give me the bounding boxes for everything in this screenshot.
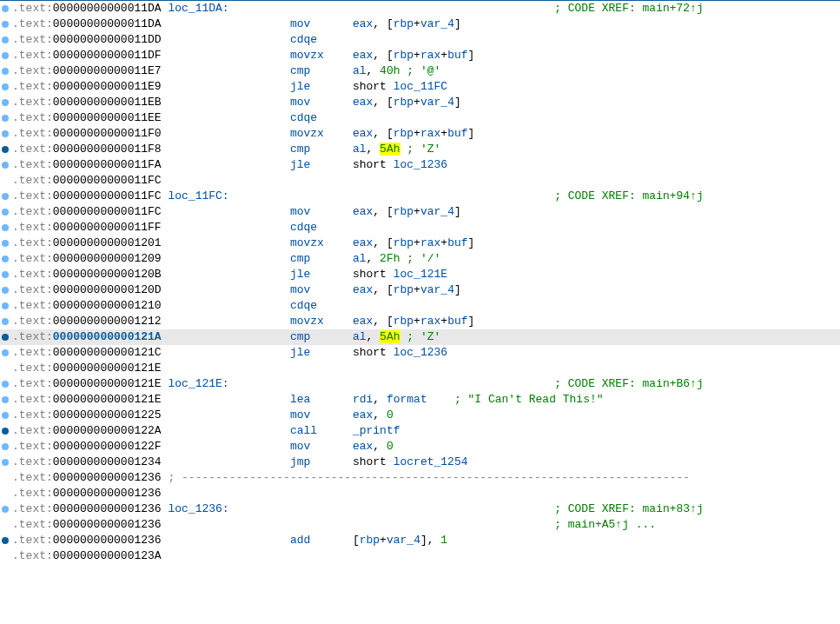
mnemonic: cdqe — [290, 32, 353, 48]
section-prefix: .text: — [12, 393, 53, 406]
disasm-line[interactable]: .text:000000000000121E leardi, format ; … — [0, 392, 840, 408]
disasm-line[interactable]: .text:000000000000123A — [0, 548, 840, 564]
disasm-line[interactable]: .text:000000000000121E — [0, 361, 840, 376]
breakpoint-dot[interactable] — [2, 224, 9, 231]
disasm-line[interactable]: .text:00000000000011DF movzxeax, [rbp+ra… — [0, 48, 840, 63]
disasm-line[interactable]: .text:0000000000001236 loc_1236: ; CODE … — [0, 501, 840, 517]
breakpoint-dot[interactable] — [2, 256, 9, 262]
breakpoint-dot[interactable] — [2, 130, 9, 137]
disasm-line[interactable]: .text:00000000000011EB moveax, [rbp+var_… — [0, 95, 840, 110]
register: rbp — [394, 96, 413, 109]
section-prefix: .text: — [12, 455, 53, 468]
constant: 0 — [387, 408, 394, 422]
disasm-line[interactable]: .text:00000000000011FA jleshort loc_1236 — [0, 157, 840, 173]
section-prefix: .text: — [12, 487, 53, 500]
disasm-line[interactable]: .text:0000000000001212 movzxeax, [rbp+ra… — [0, 314, 840, 329]
address: 0000000000001234 — [53, 455, 162, 468]
breakpoint-dot[interactable] — [2, 271, 9, 278]
disasm-line[interactable]: .text:000000000000121C jleshort loc_1236 — [0, 345, 840, 361]
breakpoint-dot[interactable] — [2, 146, 9, 153]
breakpoint-dot[interactable] — [2, 318, 9, 325]
breakpoint-dot[interactable] — [2, 115, 9, 122]
highlighted-constant: 5Ah — [380, 143, 400, 156]
disasm-line[interactable]: .text:00000000000011DD cdqe — [0, 32, 840, 48]
comment: ; 'Z' — [407, 330, 440, 343]
breakpoint-dot[interactable] — [2, 334, 9, 341]
disasm-line[interactable]: .text:000000000000120D moveax, [rbp+var_… — [0, 282, 840, 298]
breakpoint-dot[interactable] — [2, 83, 9, 90]
operand-text: , [ — [373, 315, 393, 328]
disasm-line[interactable]: .text:00000000000011E9 jleshort loc_11FC — [0, 79, 840, 95]
constant: 1 — [440, 534, 447, 547]
register: eax — [353, 49, 373, 62]
disasm-line[interactable]: .text:0000000000001236 — [0, 486, 840, 501]
disasm-line[interactable]: .text:00000000000011FF cdqe — [0, 220, 840, 236]
breakpoint-dot[interactable] — [2, 287, 9, 294]
breakpoint-dot[interactable] — [2, 193, 9, 200]
address: 00000000000011DA — [53, 17, 162, 30]
breakpoint-dot[interactable] — [2, 349, 9, 356]
disasm-line[interactable]: .text:00000000000011DA moveax, [rbp+var_… — [0, 17, 840, 32]
breakpoint-dot[interactable] — [2, 68, 9, 75]
disasm-line[interactable]: .text:0000000000001234 jmpshort locret_1… — [0, 455, 840, 470]
disasm-line[interactable]: .text:00000000000011F8 cmpal, 5Ah ; 'Z' — [0, 142, 840, 157]
breakpoint-dot[interactable] — [2, 396, 9, 403]
disasm-line[interactable]: .text:000000000000122A call_printf — [0, 423, 840, 439]
operand-text: ] — [468, 127, 475, 140]
disasm-line[interactable]: .text:0000000000001201 movzxeax, [rbp+ra… — [0, 236, 840, 251]
disasm-line[interactable]: .text:000000000000120B jleshort loc_121E — [0, 267, 840, 282]
breakpoint-dot[interactable] — [2, 381, 9, 388]
breakpoint-dot[interactable] — [2, 240, 9, 247]
disasm-line[interactable]: .text:0000000000001236 ; ---------------… — [0, 470, 840, 486]
breakpoint-dot[interactable] — [2, 209, 9, 216]
section-prefix: .text: — [12, 236, 53, 249]
operand-text: [ — [353, 534, 360, 547]
operand-text: ] — [454, 17, 461, 30]
operand-text: + — [413, 49, 420, 62]
disasm-line[interactable]: .text:00000000000011FC loc_11FC: ; CODE … — [0, 189, 840, 204]
breakpoint-dot[interactable] — [2, 37, 9, 43]
address: 000000000000121A — [53, 330, 162, 343]
operand-text: , [ — [373, 283, 393, 296]
disasm-line[interactable]: .text:00000000000011E7 cmpal, 40h ; '@' — [0, 63, 840, 79]
breakpoint-dot[interactable] — [2, 52, 9, 59]
register: eax — [353, 127, 373, 140]
breakpoint-dot[interactable] — [2, 506, 9, 513]
disassembly-view[interactable]: .text:00000000000011DA loc_11DA: ; CODE … — [0, 0, 840, 624]
address: 00000000000011FC — [53, 174, 162, 187]
identifier: loc_11FC — [394, 80, 447, 93]
identifier: var_4 — [420, 205, 454, 218]
address: 0000000000001236 — [53, 534, 162, 547]
address: 000000000000122A — [53, 424, 162, 437]
mnemonic: mov — [290, 439, 353, 455]
disasm-line[interactable]: .text:000000000000121E loc_121E: ; CODE … — [0, 376, 840, 392]
disasm-line[interactable]: .text:00000000000011EE cdqe — [0, 110, 840, 126]
disasm-line[interactable]: .text:000000000000122F moveax, 0 — [0, 439, 840, 455]
operand-text — [427, 393, 454, 406]
disasm-line[interactable]: .text:00000000000011FC moveax, [rbp+var_… — [0, 204, 840, 220]
disasm-line[interactable]: .text:0000000000001236 ; main+A5↑j ... — [0, 517, 840, 533]
disasm-line[interactable]: .text:000000000000121A cmpal, 5Ah ; 'Z' — [0, 329, 840, 345]
disasm-line[interactable]: .text:0000000000001210 cdqe — [0, 298, 840, 314]
breakpoint-dot[interactable] — [2, 428, 9, 435]
disasm-line[interactable]: .text:0000000000001225 moveax, 0 — [0, 408, 840, 423]
disasm-line[interactable]: .text:00000000000011DA loc_11DA: ; CODE … — [0, 1, 840, 17]
address: 0000000000001210 — [53, 299, 162, 312]
operand-text: short — [353, 158, 394, 171]
disasm-line[interactable]: .text:0000000000001209 cmpal, 2Fh ; '/' — [0, 251, 840, 267]
breakpoint-dot[interactable] — [2, 443, 9, 450]
disasm-line[interactable]: .text:00000000000011F0 movzxeax, [rbp+ra… — [0, 126, 840, 142]
identifier: loc_1236 — [394, 158, 447, 171]
breakpoint-dot[interactable] — [2, 21, 9, 28]
breakpoint-dot[interactable] — [2, 537, 9, 544]
disasm-line[interactable]: .text:00000000000011FC — [0, 173, 840, 189]
breakpoint-dot[interactable] — [2, 5, 9, 12]
section-prefix: .text: — [12, 518, 53, 531]
breakpoint-dot[interactable] — [2, 459, 9, 466]
breakpoint-dot[interactable] — [2, 412, 9, 419]
disasm-line[interactable]: .text:0000000000001236 add[rbp+var_4], 1 — [0, 533, 840, 548]
breakpoint-dot[interactable] — [2, 302, 9, 309]
identifier: var_4 — [420, 96, 454, 109]
breakpoint-dot[interactable] — [2, 99, 9, 106]
breakpoint-dot[interactable] — [2, 162, 9, 169]
